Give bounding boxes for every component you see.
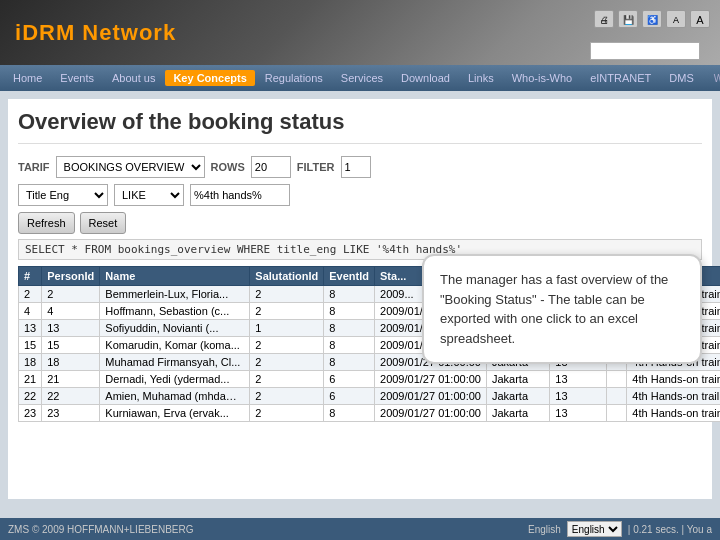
cell-id: 13 — [19, 320, 42, 337]
cell-personid: 23 — [42, 405, 100, 422]
cell-col8 — [607, 388, 627, 405]
field-select[interactable]: Title Eng — [18, 184, 108, 206]
title-main: DRM Network — [22, 20, 176, 45]
nav-dms[interactable]: DMS — [661, 70, 701, 86]
footer-right: English English | 0.21 secs. | You a — [528, 521, 712, 537]
footer: ZMS © 2009 HOFFMANN+LIEBENBERG English E… — [0, 518, 720, 540]
cell-title: 4th Hands-on traili ilg ... — [627, 388, 720, 405]
col-salutation: SalutationId — [250, 267, 324, 286]
cell-personid: 15 — [42, 337, 100, 354]
icon-font-large[interactable]: A — [690, 10, 710, 28]
header-icons: 🖨 💾 ♿ A A — [594, 10, 710, 28]
cell-salutation: 2 — [250, 354, 324, 371]
col-hash: # — [19, 267, 42, 286]
nav-services[interactable]: Services — [333, 70, 391, 86]
header-search-input[interactable] — [590, 42, 700, 60]
language-select[interactable]: English — [567, 521, 622, 537]
table-row[interactable]: 21 21 Dernadi, Yedi (ydermad... 2 6 2009… — [19, 371, 721, 388]
cell-col8 — [607, 371, 627, 388]
rows-input[interactable] — [251, 156, 291, 178]
cell-event: 6 — [324, 371, 375, 388]
cell-date: Jakarta — [486, 388, 549, 405]
site-title: iDRM Network — [15, 20, 176, 46]
nav-events[interactable]: Events — [52, 70, 102, 86]
search-value-input[interactable] — [190, 184, 290, 206]
content-area: Overview of the booking status TARIF BOO… — [8, 99, 712, 499]
icon-print[interactable]: 🖨 — [594, 10, 614, 28]
cell-salutation: 2 — [250, 337, 324, 354]
cell-name: Komarudin, Komar (koma... — [100, 337, 250, 354]
cell-status: 2009/01/27 01:00:00 — [375, 371, 487, 388]
footer-stats: | 0.21 secs. | You a — [628, 524, 712, 535]
cell-salutation: 2 — [250, 303, 324, 320]
cell-salutation: 2 — [250, 405, 324, 422]
nav-download[interactable]: Download — [393, 70, 458, 86]
cell-salutation: 2 — [250, 371, 324, 388]
tooltip-bubble: The manager has a fast overview of the "… — [422, 254, 702, 364]
cell-id: 22 — [19, 388, 42, 405]
filter-row-2: Title Eng LIKE — [18, 184, 702, 206]
tooltip-text: The manager has a fast overview of the "… — [440, 272, 668, 346]
cell-personid: 18 — [42, 354, 100, 371]
filter-row-1: TARIF BOOKINGS OVERVIEW ROWS FILTER — [18, 156, 702, 178]
page-title: Overview of the booking status — [18, 109, 702, 144]
cell-personid: 2 — [42, 286, 100, 303]
col-name: Name — [100, 267, 250, 286]
cell-status: 2009/01/27 01:00:00 — [375, 388, 487, 405]
cell-location: 13 — [550, 388, 607, 405]
reset-button[interactable]: Reset — [80, 212, 127, 234]
cell-location: 13 — [550, 405, 607, 422]
cell-date: Jakarta — [486, 371, 549, 388]
col-eventid: EventId — [324, 267, 375, 286]
cell-name: Amien, Muhamad (mhdami... — [100, 388, 250, 405]
refresh-button[interactable]: Refresh — [18, 212, 75, 234]
cell-name: Sofiyuddin, Novianti (... — [100, 320, 250, 337]
table-row[interactable]: 22 22 Amien, Muhamad (mhdami... 2 6 2009… — [19, 388, 721, 405]
rows-label: ROWS — [211, 161, 245, 173]
cell-personid: 13 — [42, 320, 100, 337]
icon-save[interactable]: 💾 — [618, 10, 638, 28]
cell-event: 8 — [324, 303, 375, 320]
cell-name: Hoffmann, Sebastion (c... — [100, 303, 250, 320]
icon-accessibility[interactable]: ♿ — [642, 10, 662, 28]
col-personid: PersonId — [42, 267, 100, 286]
cell-id: 18 — [19, 354, 42, 371]
cell-location: 13 — [550, 371, 607, 388]
cell-event: 8 — [324, 405, 375, 422]
navbar: Home Events About us Key Concepts Regula… — [0, 65, 720, 91]
cell-col8 — [607, 405, 627, 422]
header: iDRM Network 🖨 💾 ♿ A A — [0, 0, 720, 65]
cell-salutation: 2 — [250, 388, 324, 405]
cell-event: 8 — [324, 320, 375, 337]
icon-font-small[interactable]: A — [666, 10, 686, 28]
action-buttons: Refresh Reset — [18, 212, 702, 234]
filter-input[interactable] — [341, 156, 371, 178]
footer-copyright: ZMS © 2009 HOFFMANN+LIEBENBERG — [8, 524, 193, 535]
cell-title: 4th Hands-on training ... — [627, 371, 720, 388]
cell-personid: 21 — [42, 371, 100, 388]
cell-name: Bemmerlein-Lux, Floria... — [100, 286, 250, 303]
operator-select[interactable]: LIKE — [114, 184, 184, 206]
nav-who[interactable]: Who-is-Who — [504, 70, 581, 86]
cell-id: 23 — [19, 405, 42, 422]
cell-personid: 22 — [42, 388, 100, 405]
nav-intranet[interactable]: eINTRANET — [582, 70, 659, 86]
nav-about[interactable]: About us — [104, 70, 163, 86]
cell-id: 15 — [19, 337, 42, 354]
cell-name: Kurniawan, Erva (ervak... — [100, 405, 250, 422]
footer-language: English — [528, 524, 561, 535]
cell-event: 8 — [324, 354, 375, 371]
cell-id: 4 — [19, 303, 42, 320]
cell-event: 6 — [324, 388, 375, 405]
filter-label: FILTER — [297, 161, 335, 173]
cell-status: 2009/01/27 01:00:00 — [375, 405, 487, 422]
tarif-select[interactable]: BOOKINGS OVERVIEW — [56, 156, 205, 178]
cell-event: 8 — [324, 337, 375, 354]
nav-links[interactable]: Links — [460, 70, 502, 86]
table-row[interactable]: 23 23 Kurniawan, Erva (ervak... 2 8 2009… — [19, 405, 721, 422]
nav-regulations[interactable]: Regulations — [257, 70, 331, 86]
nav-home[interactable]: Home — [5, 70, 50, 86]
nav-key-concepts[interactable]: Key Concepts — [165, 70, 254, 86]
tarif-label: TARIF — [18, 161, 50, 173]
cell-title: 4th Hands-on training ... — [627, 405, 720, 422]
